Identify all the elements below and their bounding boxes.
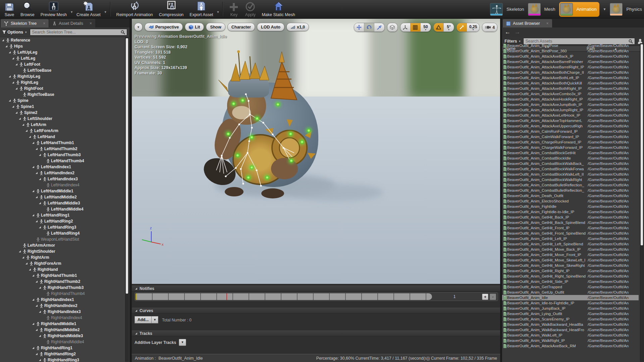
bone-tree-row[interactable]: LeftFoot: [0, 61, 124, 67]
expander-icon[interactable]: [32, 323, 35, 325]
bone-tree-row[interactable]: RightFoot: [0, 85, 124, 92]
asset-row[interactable]: BeaverOutfit_Anim_WalkBackward_HeadBa/Ga…: [502, 322, 639, 327]
asset-row[interactable]: BeaverOutfit_Anim_JumpBack_IP/Game/Beave…: [502, 306, 639, 311]
asset-row[interactable]: BeaverOutfit_Anim_GetHit_Side_IP/Game/Be…: [502, 279, 639, 284]
key-button[interactable]: Key: [226, 0, 242, 18]
bone-tree-row[interactable]: RightHandIndex4: [0, 315, 124, 321]
expander-icon[interactable]: [36, 172, 39, 174]
bone-tree-row[interactable]: Spine: [0, 98, 124, 104]
compression-button[interactable]: Compression: [156, 0, 187, 18]
expander-icon[interactable]: [32, 275, 35, 277]
character-button[interactable]: Character: [227, 23, 255, 31]
expander-icon[interactable]: [25, 130, 29, 132]
bone-tree-row[interactable]: LeftHandIndex2: [0, 170, 124, 176]
bone-tree-row[interactable]: RightHandIndex2: [0, 303, 124, 309]
expander-icon[interactable]: [12, 106, 15, 108]
bone-tree-row[interactable]: RightHandMiddle2: [0, 327, 124, 333]
expander-icon[interactable]: [32, 214, 35, 217]
expander-icon[interactable]: [39, 226, 42, 229]
tab-asset-browser[interactable]: Asset Browser ×: [503, 19, 552, 27]
scrollbar-thumb[interactable]: [641, 44, 643, 245]
expander-icon[interactable]: [29, 268, 32, 271]
asset-row[interactable]: BeaverOutfit_Anim_ScareEnemy_IP/Game/Bea…: [502, 316, 639, 322]
bone-tree-row[interactable]: RightHandThumb2: [0, 279, 124, 285]
bone-tree-row[interactable]: LeftHandMiddle2: [0, 194, 124, 200]
asset-row[interactable]: BeaverOutfit_Anim_GetHit_Front_SpineBlen…: [502, 231, 639, 236]
bone-tree-row[interactable]: RightForeArm: [0, 260, 124, 266]
asset-row[interactable]: BeaverOutfit_Anim_AttackAxeBack_IP/Game/…: [502, 54, 639, 59]
expander-icon[interactable]: [36, 220, 39, 223]
expander-icon[interactable]: [22, 256, 25, 259]
apply-button[interactable]: Apply: [242, 0, 259, 18]
bone-tree-row[interactable]: RightHandMiddle3: [0, 333, 124, 339]
tab-skeleton-tree[interactable]: Skeleton Tree ×: [1, 19, 49, 27]
expander-icon[interactable]: [39, 311, 42, 313]
expander-icon[interactable]: [15, 87, 18, 90]
asset-row[interactable]: BeaverOutfit_Anim_GetUp_Outfit/Game/Beav…: [502, 290, 639, 295]
bone-tree-row[interactable]: RightHandIndex3: [0, 309, 124, 315]
grid-snap-toggle[interactable]: [411, 23, 421, 32]
notifies-track-segments[interactable]: [136, 293, 432, 300]
curves-section-header[interactable]: Curves: [132, 308, 500, 313]
asset-row[interactable]: BeaverOutfit_Anim_ElectroShocked/Game/Be…: [502, 198, 639, 204]
expander-icon[interactable]: [36, 196, 39, 198]
export-asset-dropdown-icon[interactable]: ▼: [217, 4, 220, 14]
asset-row[interactable]: BeaverOutfit_Anim_Idle/Game/Beaver/Outfi…: [502, 295, 639, 300]
rotation-snap-toggle[interactable]: [434, 23, 444, 32]
asset-row[interactable]: BeaverOutfit_Anim_WalkBackward_HeadFro/G…: [502, 327, 639, 333]
asset-row[interactable]: BeaverOutfit_Anim_AttackAxeCombo3x_IP/Ga…: [502, 91, 639, 97]
expander-icon[interactable]: [36, 281, 39, 283]
asset-row[interactable]: BeaverOutfit_Anim_CombatBulletReflection…: [502, 182, 639, 188]
asset-row[interactable]: BeaverOutfit_Anim_BindPose_360/Game/Beav…: [502, 48, 639, 54]
screen-size-button[interactable]: x1,0: [286, 23, 309, 31]
translate-tool-button[interactable]: [354, 23, 364, 32]
bone-tree-row[interactable]: RightHandRing2: [0, 351, 124, 357]
perspective-button[interactable]: Perspective: [145, 23, 183, 31]
asset-row[interactable]: BeaverOutfit_Anim_Lying_Outfit/Game/Beav…: [502, 311, 639, 316]
asset-row[interactable]: BeaverOutfit_Anim_AttackAxeHookRight_IP/…: [502, 97, 639, 102]
bone-tree-row[interactable]: RightUpLeg: [0, 73, 124, 79]
bone-tree-row[interactable]: RightLeg: [0, 79, 124, 85]
scale-tool-button[interactable]: [374, 23, 384, 32]
asset-row[interactable]: BeaverOutfit_Anim_AttackAxeBothLeft_IP/G…: [502, 75, 639, 80]
expander-icon[interactable]: [12, 81, 15, 84]
asset-row[interactable]: BeaverOutfit_Anim_GetHit_Back_IP/Game/Be…: [502, 215, 639, 220]
bone-tree-row[interactable]: Hips: [0, 43, 124, 49]
asset-row[interactable]: BeaverOutfit_Anim_CalmWalkForward_IP/Gam…: [502, 134, 639, 139]
bone-tree-row[interactable]: LeftHandMiddle1: [0, 188, 124, 194]
bone-tree-row[interactable]: LeftHandThumb4: [0, 158, 124, 164]
expander-icon[interactable]: [36, 305, 39, 307]
bone-tree-row[interactable]: LeftShoulder: [0, 116, 124, 122]
asset-row[interactable]: BeaverOutfit_Anim_GetHit_Front_IP/Game/B…: [502, 225, 639, 231]
add-notify-track-button[interactable]: +: [482, 294, 488, 300]
bone-tree-row[interactable]: LeftHand: [0, 134, 124, 140]
asset-row[interactable]: BeaverOutfit_Anim_GetHit_Right_SpineBlen…: [502, 274, 639, 279]
close-icon[interactable]: ×: [90, 21, 92, 26]
expander-icon[interactable]: [9, 75, 12, 78]
forward-button[interactable]: →: [515, 29, 520, 36]
asset-row[interactable]: BeaverOutfit_Anim_GetHit_Move_Front_IP/G…: [502, 252, 639, 257]
scale-snap-toggle[interactable]: [457, 23, 467, 32]
bone-tree-row[interactable]: RightHandThumb3: [0, 285, 124, 291]
bone-tree-row[interactable]: RightHand: [0, 266, 124, 273]
scrollbar-thumb[interactable]: [126, 38, 128, 294]
asset-row[interactable]: BeaverOutfit_Anim_GetHit_Right_IP/Game/B…: [502, 268, 639, 274]
browse-button[interactable]: Browse: [17, 0, 38, 18]
coordinate-system-button[interactable]: [387, 23, 397, 32]
bone-tree-row[interactable]: LeftHandRing4: [0, 230, 124, 236]
skeleton-search-input[interactable]: Search Skeleton Tree...: [30, 29, 127, 36]
bone-tree-row[interactable]: LeftHandMiddle4: [0, 206, 124, 212]
show-button[interactable]: Show: [206, 23, 225, 31]
bone-tree-row[interactable]: LeftHandMiddle3: [0, 200, 124, 206]
bone-tree-row[interactable]: RightShoulder: [0, 248, 124, 254]
bone-tree-row[interactable]: LeftHandThumb3: [0, 152, 124, 158]
scale-snap-value[interactable]: 0,25 ▼: [467, 23, 479, 32]
add-curve-dropdown[interactable]: ▼: [152, 316, 158, 323]
expander-icon[interactable]: [32, 190, 35, 192]
asset-row[interactable]: BeaverOutfit_Anim_BindPose/Game/Beaver/O…: [502, 43, 639, 48]
asset-row[interactable]: BeaverOutfit_Anim_GetHit_Move_SkewLeft_I…: [502, 257, 639, 263]
asset-row[interactable]: BeaverOutfit_Anim_GetHit_Move_Back_IP/Ga…: [502, 247, 639, 252]
expander-icon[interactable]: [32, 142, 35, 144]
tab-skeleton[interactable]: Skeleton: [490, 3, 524, 16]
rotate-tool-button[interactable]: [364, 23, 374, 32]
